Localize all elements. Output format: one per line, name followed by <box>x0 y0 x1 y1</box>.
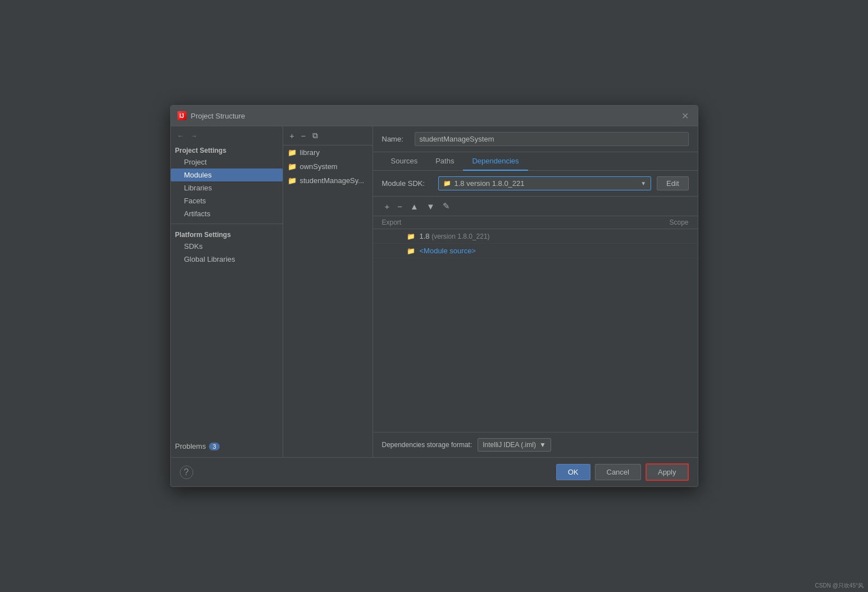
module-folder-icon: 📁 <box>288 176 297 185</box>
tabs-row: Sources Paths Dependencies <box>373 152 698 171</box>
module-item-ownsystem[interactable]: 📁 ownSystem <box>283 160 372 174</box>
dep-table-header: Export Scope <box>373 216 698 229</box>
format-label: Dependencies storage format: <box>382 441 472 449</box>
cancel-button[interactable]: Cancel <box>595 464 641 480</box>
edit-sdk-button[interactable]: Edit <box>657 176 688 190</box>
help-button[interactable]: ? <box>180 466 193 479</box>
tab-sources[interactable]: Sources <box>382 152 427 171</box>
main-content: Name: Sources Paths Dependencies Module … <box>373 126 698 457</box>
dep-item-name-2: <Module source> <box>420 247 476 255</box>
sidebar: ← → Project Settings Project Modules Lib… <box>171 126 283 457</box>
col-scope: Scope <box>644 218 689 226</box>
module-toolbar: + − ⧉ <box>283 126 372 145</box>
module-item-studentmanagesystem[interactable]: 📁 studentManageSy... <box>283 174 372 188</box>
module-item-label: studentManageSy... <box>300 176 365 185</box>
copy-module-button[interactable]: ⧉ <box>310 130 320 142</box>
apply-button[interactable]: Apply <box>646 463 689 481</box>
dep-add-button[interactable]: + <box>382 201 393 212</box>
dep-down-button[interactable]: ▼ <box>424 201 438 212</box>
project-structure-dialog: IJ Project Structure ✕ ← → Project Setti… <box>170 105 698 487</box>
format-select[interactable]: IntelliJ IDEA (.iml) ▼ <box>478 438 551 452</box>
module-list-panel: + − ⧉ 📁 library 📁 ownSystem 📁 studentMan… <box>283 126 373 457</box>
dep-item-name: 1.8 (version 1.8.0_221) <box>420 232 490 240</box>
name-row: Name: <box>373 126 698 152</box>
format-dropdown-arrow: ▼ <box>539 441 546 449</box>
dep-toolbar: + − ▲ ▼ ✎ <box>373 197 698 216</box>
dialog-title: Project Structure <box>191 112 246 120</box>
col-name <box>416 218 644 226</box>
close-button[interactable]: ✕ <box>680 110 691 121</box>
remove-module-button[interactable]: − <box>299 130 308 142</box>
footer-left: ? <box>180 466 193 479</box>
module-item-library[interactable]: 📁 library <box>283 145 372 160</box>
col-export: Export <box>382 218 416 226</box>
sidebar-item-artifacts[interactable]: Artifacts <box>171 207 283 220</box>
sidebar-item-global-libraries[interactable]: Global Libraries <box>171 253 283 266</box>
sdk-value: 1.8 version 1.8.0_221 <box>455 179 641 188</box>
dep-folder-icon: 📁 <box>407 233 415 240</box>
dep-edit-button[interactable]: ✎ <box>440 200 453 212</box>
sidebar-item-project[interactable]: Project <box>171 156 283 169</box>
tab-dependencies[interactable]: Dependencies <box>463 152 528 171</box>
sidebar-item-modules[interactable]: Modules <box>171 169 283 181</box>
problems-row[interactable]: Problems 3 <box>171 440 283 453</box>
dep-up-button[interactable]: ▲ <box>407 201 421 212</box>
sidebar-item-facets[interactable]: Facets <box>171 194 283 207</box>
title-bar-left: IJ Project Structure <box>178 111 246 120</box>
module-item-label: ownSystem <box>300 162 338 171</box>
dep-folder-icon-2: 📁 <box>407 247 415 255</box>
title-bar: IJ Project Structure ✕ <box>171 106 698 126</box>
dep-row-sdk[interactable]: 📁 1.8 (version 1.8.0_221) <box>373 229 698 244</box>
footer-format: Dependencies storage format: IntelliJ ID… <box>373 432 698 457</box>
sidebar-item-libraries[interactable]: Libraries <box>171 181 283 194</box>
sidebar-divider <box>171 224 283 224</box>
format-value: IntelliJ IDEA (.iml) <box>483 441 536 449</box>
problems-badge: 3 <box>209 443 219 450</box>
sidebar-nav: ← → <box>171 129 283 143</box>
nav-back-button[interactable]: ← <box>175 131 187 141</box>
platform-settings-section: Platform Settings <box>171 227 283 240</box>
dialog-footer: ? OK Cancel Apply <box>171 457 698 486</box>
app-icon: IJ <box>178 111 187 120</box>
nav-forward-button[interactable]: → <box>189 131 200 141</box>
dep-table: 📁 1.8 (version 1.8.0_221) 📁 <Module sour… <box>373 229 698 432</box>
sdk-dropdown-arrow: ▼ <box>640 180 646 186</box>
sdk-row: Module SDK: 📁 1.8 version 1.8.0_221 ▼ Ed… <box>373 171 698 197</box>
name-label: Name: <box>382 135 410 143</box>
module-item-label: library <box>300 148 320 157</box>
ok-button[interactable]: OK <box>556 464 590 480</box>
sdk-select[interactable]: 📁 1.8 version 1.8.0_221 ▼ <box>438 176 652 190</box>
name-input[interactable] <box>415 132 689 146</box>
sdk-folder-icon: 📁 <box>443 180 451 187</box>
project-settings-section: Project Settings <box>171 143 283 156</box>
dep-row-module-source[interactable]: 📁 <Module source> <box>373 244 698 258</box>
sidebar-item-sdks[interactable]: SDKs <box>171 240 283 253</box>
dep-content: Export Scope 📁 1.8 (version 1.8.0_221) <box>373 216 698 457</box>
problems-label: Problems <box>175 442 206 450</box>
dialog-body: ← → Project Settings Project Modules Lib… <box>171 126 698 457</box>
sdk-label: Module SDK: <box>382 179 433 188</box>
module-folder-icon: 📁 <box>288 148 297 157</box>
add-module-button[interactable]: + <box>288 130 297 142</box>
watermark: CSDN @只吹45°风 <box>815 582 864 590</box>
dep-remove-button[interactable]: − <box>394 201 405 212</box>
module-folder-icon: 📁 <box>288 162 297 171</box>
tab-paths[interactable]: Paths <box>426 152 463 171</box>
